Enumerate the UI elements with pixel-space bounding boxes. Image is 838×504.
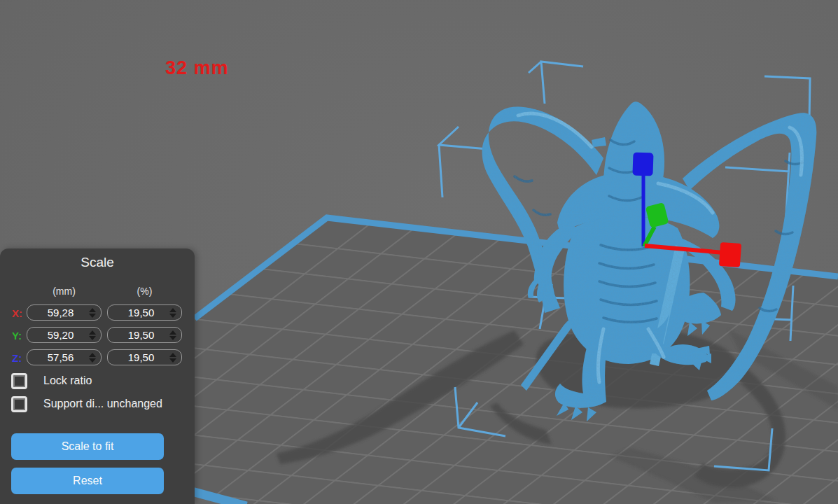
gizmo-x-handle[interactable]: [719, 242, 741, 267]
spinner-down-icon[interactable]: [89, 358, 96, 363]
model-size-label: 32 mm: [165, 57, 229, 79]
x-percent-input[interactable]: [108, 307, 167, 318]
z-mm-field[interactable]: [27, 349, 102, 365]
gizmo-z-handle[interactable]: [632, 153, 653, 176]
axis-label-x: X:: [12, 307, 22, 319]
spinner-up-icon[interactable]: [89, 353, 96, 357]
lock-ratio-label: Lock ratio: [43, 374, 92, 387]
spinner-down-icon[interactable]: [169, 314, 176, 318]
z-percent-field[interactable]: [107, 349, 182, 365]
panel-title: Scale: [0, 255, 195, 270]
y-percent-stepper[interactable]: [167, 330, 178, 340]
x-percent-stepper[interactable]: [167, 308, 178, 318]
spinner-up-icon[interactable]: [169, 353, 176, 357]
axis-label-z: Z:: [12, 352, 22, 364]
reset-button[interactable]: Reset: [11, 468, 164, 494]
y-mm-stepper[interactable]: [87, 330, 97, 340]
spinner-down-icon[interactable]: [169, 358, 176, 363]
slicer-3d-viewport[interactable]: 32 mm Scale (mm) (%) X:: [0, 0, 838, 504]
support-diameter-label: Support di... unchanged: [43, 398, 162, 410]
spinner-up-icon[interactable]: [89, 330, 96, 335]
scale-row-y: Y:: [0, 327, 195, 344]
x-mm-stepper[interactable]: [87, 308, 97, 318]
x-mm-input[interactable]: [27, 307, 87, 318]
spinner-up-icon[interactable]: [89, 308, 96, 312]
spinner-down-icon[interactable]: [169, 336, 176, 340]
spinner-up-icon[interactable]: [169, 308, 176, 312]
z-percent-stepper[interactable]: [167, 353, 178, 363]
column-header-mm: (mm): [27, 286, 102, 297]
x-percent-field[interactable]: [107, 304, 182, 321]
axis-label-y: Y:: [12, 330, 22, 342]
scale-row-z: Z:: [0, 349, 195, 367]
spinner-down-icon[interactable]: [89, 314, 96, 318]
spinner-up-icon[interactable]: [169, 330, 176, 335]
column-header-percent: (%): [107, 286, 182, 297]
y-percent-field[interactable]: [107, 327, 182, 343]
z-mm-input[interactable]: [27, 351, 87, 363]
bracket-top-center: [529, 62, 583, 104]
scale-panel: Scale (mm) (%) X: Y:: [0, 248, 195, 504]
z-percent-input[interactable]: [108, 351, 167, 363]
x-mm-field[interactable]: [27, 304, 102, 321]
support-diameter-checkbox[interactable]: [11, 396, 27, 412]
bracket-upper-left: [439, 127, 488, 197]
scale-to-fit-button[interactable]: Scale to fit: [11, 433, 164, 460]
y-mm-field[interactable]: [27, 327, 102, 343]
spinner-down-icon[interactable]: [89, 336, 96, 340]
y-mm-input[interactable]: [27, 329, 87, 341]
lock-ratio-row: Lock ratio: [0, 372, 195, 391]
scale-row-x: X:: [0, 304, 195, 322]
lock-ratio-checkbox[interactable]: [11, 373, 27, 389]
y-percent-input[interactable]: [108, 329, 167, 341]
z-mm-stepper[interactable]: [87, 353, 97, 363]
bracket-right-mid: [725, 153, 790, 226]
support-diameter-row: Support di... unchanged: [0, 396, 195, 414]
